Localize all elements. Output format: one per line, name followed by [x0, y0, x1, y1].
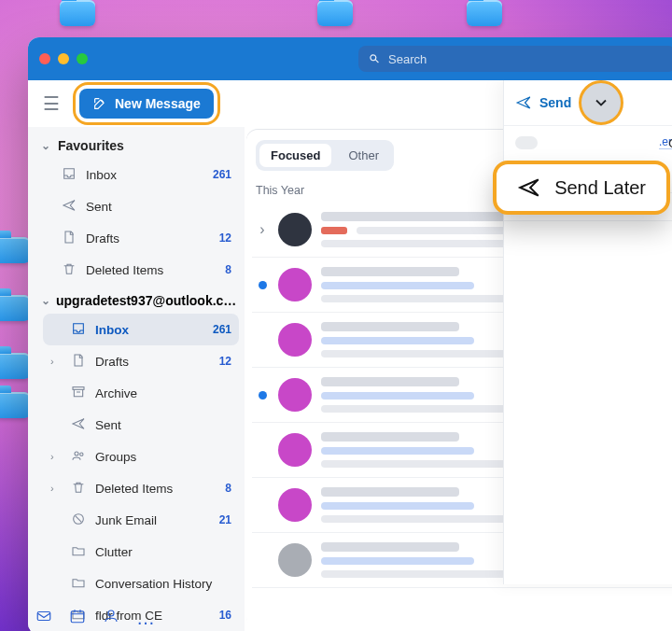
trash-icon	[71, 480, 86, 498]
unread-count: 21	[219, 513, 231, 526]
avatar	[278, 323, 312, 357]
desktop-folder	[0, 295, 30, 321]
sidebar-item-groups[interactable]: ›Groups	[43, 441, 239, 472]
svg-point-2	[80, 453, 83, 456]
sidebar-item-inbox[interactable]: Inbox261	[34, 159, 239, 190]
outlook-window: Search ☰ New Message ⌄ Favourites Inbox2…	[28, 37, 672, 631]
unread-count: 12	[219, 231, 231, 245]
sent-icon	[71, 416, 86, 434]
folder-icon	[71, 575, 86, 593]
calendar-icon[interactable]	[69, 608, 86, 624]
svg-point-6	[108, 610, 114, 616]
send-later-menu-item[interactable]: Send Later	[493, 161, 670, 215]
account-title: upgradetest937@outlook.c…	[56, 293, 236, 308]
chevron-right-icon: ›	[50, 356, 62, 367]
sidebar-item-sent[interactable]: Sent	[43, 409, 239, 441]
desktop-folder	[60, 0, 95, 26]
search-placeholder: Search	[388, 52, 427, 66]
desktop-folder	[0, 392, 30, 418]
to-field[interactable]: .email Outl	[504, 125, 672, 159]
sidebar-item-label: Clutter	[95, 545, 222, 559]
unread-count: 8	[225, 263, 231, 276]
trash-icon	[62, 261, 77, 279]
more-icon[interactable]: …	[136, 608, 157, 629]
search-field[interactable]: Search	[358, 46, 672, 72]
sidebar-item-label: Groups	[95, 450, 222, 464]
outlook-label: Outl	[668, 136, 672, 150]
avatar	[278, 213, 312, 246]
sidebar-item-label: Deleted Items	[86, 263, 216, 277]
unread-dot	[259, 281, 267, 289]
unread-count: 261	[213, 168, 231, 181]
sidebar-item-deleted-items[interactable]: Deleted Items8	[34, 254, 239, 286]
sidebar-item-archive[interactable]: Archive	[43, 377, 239, 409]
archive-icon	[71, 385, 86, 402]
chevron-right-icon: ›	[50, 483, 62, 494]
footer-icons: …	[35, 608, 157, 629]
minimize-window-button[interactable]	[58, 53, 69, 64]
expand-icon: ›	[259, 221, 264, 238]
tab-focused[interactable]: Focused	[259, 144, 331, 167]
sidebar-item-clutter[interactable]: Clutter	[43, 536, 239, 568]
sidebar-item-deleted-items[interactable]: ›Deleted Items8	[43, 472, 239, 504]
chevron-right-icon: ›	[50, 451, 62, 462]
unread-count: 16	[219, 609, 231, 622]
sidebar-item-sent[interactable]: Sent	[34, 190, 239, 222]
maximize-window-button[interactable]	[77, 53, 88, 64]
junk-icon	[71, 512, 86, 529]
svg-rect-0	[73, 386, 84, 389]
favourites-label: Favourites	[58, 138, 124, 153]
avatar	[278, 488, 312, 522]
sidebar-item-label: Inbox	[86, 168, 203, 182]
folder-icon	[71, 543, 86, 561]
unread-dot	[259, 391, 267, 400]
new-message-button[interactable]: New Message	[79, 89, 214, 119]
avatar	[278, 433, 312, 467]
inbox-icon	[71, 321, 86, 339]
sidebar-item-label: Sent	[95, 418, 222, 432]
mail-icon[interactable]	[35, 608, 52, 624]
highlight-ring: New Message	[73, 82, 220, 125]
window-controls	[39, 53, 88, 64]
desktop-folder	[467, 0, 502, 26]
sidebar: ⌄ Favourites Inbox261SentDrafts12Deleted…	[28, 127, 245, 631]
sidebar-item-label: Deleted Items	[95, 482, 216, 496]
avatar	[278, 378, 312, 412]
sidebar-item-label: Inbox	[95, 323, 203, 337]
sidebar-item-drafts[interactable]: ›Drafts12	[43, 345, 239, 377]
sidebar-toggle-icon[interactable]: ☰	[43, 92, 60, 115]
sidebar-item-label: Drafts	[95, 355, 210, 369]
sent-icon	[62, 198, 77, 216]
new-message-label: New Message	[115, 96, 201, 111]
close-window-button[interactable]	[39, 53, 50, 64]
tab-other[interactable]: Other	[337, 144, 390, 167]
compose-icon	[92, 96, 107, 111]
account-section[interactable]: ⌄ upgradetest937@outlook.c…	[34, 286, 239, 314]
sub-toolbar: ☰ New Message	[28, 80, 672, 127]
sidebar-item-label: Archive	[95, 386, 222, 400]
sidebar-item-junk-email[interactable]: Junk Email21	[43, 504, 239, 536]
search-icon	[368, 52, 381, 65]
chevron-down-icon: ⌄	[41, 294, 50, 307]
sidebar-item-label: Sent	[86, 200, 222, 214]
send-icon	[517, 175, 541, 200]
groups-icon	[71, 448, 86, 466]
people-icon[interactable]	[103, 608, 119, 624]
sidebar-item-label: Conversation History	[95, 577, 222, 591]
compose-pane: Send .email Outl Subject: Calibri (Body)…	[503, 80, 672, 584]
favourites-section[interactable]: ⌄ Favourites	[34, 133, 239, 159]
desktop-folder	[0, 237, 30, 263]
avatar	[278, 543, 312, 577]
to-chip	[515, 136, 538, 149]
chevron-down-icon: ⌄	[41, 139, 50, 152]
sidebar-item-inbox[interactable]: Inbox261	[43, 314, 239, 345]
unread-count: 261	[213, 323, 231, 336]
drafts-icon	[71, 353, 86, 371]
sidebar-item-conversation-history[interactable]: Conversation History	[43, 568, 239, 599]
sidebar-item-drafts[interactable]: Drafts12	[34, 222, 239, 254]
desktop-folder	[317, 0, 353, 26]
send-later-label: Send Later	[554, 177, 646, 199]
unread-count: 8	[225, 482, 231, 495]
svg-rect-5	[71, 611, 84, 623]
sidebar-item-label: Drafts	[86, 231, 210, 245]
